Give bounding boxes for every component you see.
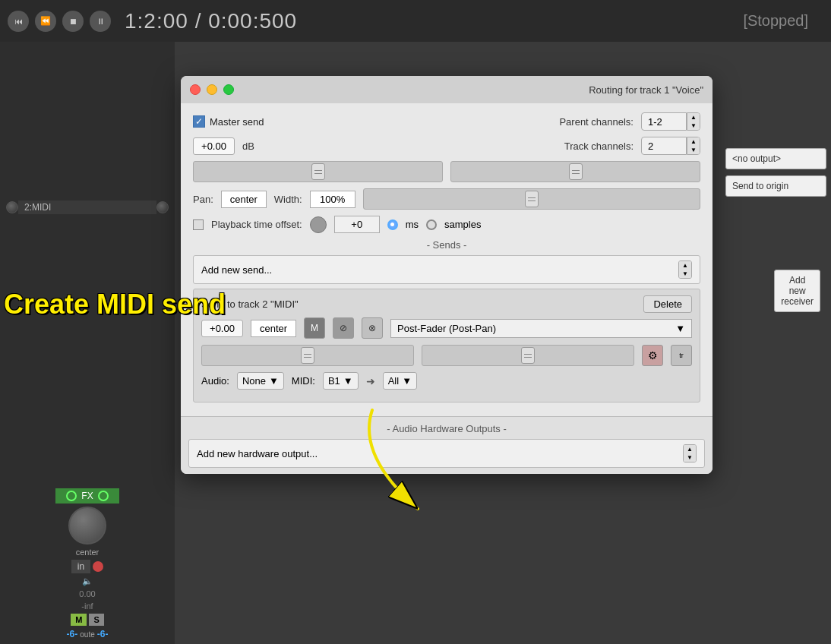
slider-lines5: [524, 354, 532, 358]
solo-button[interactable]: S: [89, 614, 103, 626]
ms-label: ms: [406, 219, 419, 230]
midi-chevron-icon: ▼: [343, 375, 353, 387]
pan-width-row: Pan: center Width: 100%: [193, 188, 700, 210]
add-send-row[interactable]: Add new send... ▲ ▼: [193, 255, 700, 284]
zoom-button[interactable]: [223, 84, 234, 95]
track-channels-up[interactable]: ▲: [687, 137, 700, 146]
send-pan-input[interactable]: center: [251, 320, 296, 337]
audio-select[interactable]: None ▼: [237, 372, 284, 390]
parent-channels-select[interactable]: 1-2: [641, 112, 687, 131]
send-to-origin-button[interactable]: Send to origin: [725, 175, 826, 197]
track-channels-control[interactable]: 2 ▲ ▼: [641, 137, 700, 155]
db-value: 0.00: [79, 589, 95, 598]
pan-input[interactable]: center: [221, 191, 267, 208]
inf-value: -inf: [81, 601, 93, 611]
hw-add-down[interactable]: ▼: [684, 453, 696, 462]
volume-slider-thumb[interactable]: [311, 163, 325, 180]
send-link-button[interactable]: ⊗: [362, 317, 383, 339]
send-gear-button[interactable]: ⚙: [642, 345, 663, 366]
master-send-checkbox[interactable]: [193, 115, 205, 128]
track-channels-label: Track channels:: [564, 140, 634, 152]
width-input[interactable]: 100%: [310, 191, 355, 208]
volume-slider[interactable]: [193, 161, 443, 182]
transport-prev-btn[interactable]: ⏮: [8, 11, 29, 32]
send-bypass-button[interactable]: ⊘: [333, 317, 354, 339]
playback-checkbox[interactable]: [193, 219, 204, 230]
bottom-num-left: -6-: [67, 629, 78, 639]
post-fader-select[interactable]: Post-Fader (Post-Pan) ▼: [390, 319, 692, 338]
fader-icon: 🔈: [82, 576, 93, 586]
volume-input[interactable]: +0.00: [193, 137, 235, 155]
fx-button[interactable]: FX: [55, 488, 118, 504]
midi-track-label: 2:MIDI: [18, 200, 156, 214]
transport-stop-btn[interactable]: ⏹: [62, 11, 84, 32]
fx-power-icon2: [98, 491, 109, 501]
parent-channels-down[interactable]: ▼: [687, 122, 700, 130]
add-send-down[interactable]: ▼: [679, 270, 691, 278]
in-button[interactable]: in: [71, 560, 90, 573]
offset-input[interactable]: +0: [334, 216, 380, 233]
send-controls-row: +0.00 center M ⊘ ⊗ Post-Fader (Post-Pan)…: [201, 317, 692, 339]
midi-channel-select[interactable]: B1 ▼: [323, 372, 359, 390]
minimize-button[interactable]: [207, 84, 217, 95]
samples-radio[interactable]: [426, 219, 437, 230]
extra-slider-1[interactable]: [450, 161, 700, 182]
midi-track-row: 2:MIDI: [0, 194, 175, 221]
send-volume-slider-thumb[interactable]: [301, 347, 314, 364]
track-channels-select[interactable]: 2: [641, 137, 687, 155]
sends-divider: - Sends -: [193, 239, 700, 251]
master-send-row: Master send Parent channels: 1-2 ▲ ▼: [193, 112, 700, 131]
extra-slider-thumb-2[interactable]: [525, 191, 539, 207]
close-button[interactable]: [190, 84, 201, 95]
hw-add-stepper[interactable]: ▲ ▼: [683, 444, 697, 462]
parent-channels-up[interactable]: ▲: [687, 113, 700, 122]
delete-send-button[interactable]: Delete: [643, 295, 692, 313]
send-extra-slider-thumb[interactable]: [521, 347, 535, 364]
add-receiver-button[interactable]: Add new receiver: [774, 270, 820, 312]
midi-knob-left[interactable]: [6, 201, 18, 213]
slider-lines2: [572, 170, 580, 174]
parent-channels-stepper[interactable]: ▲ ▼: [687, 112, 700, 131]
midi-all-select[interactable]: All ▼: [383, 372, 417, 390]
extra-slider-thumb-1[interactable]: [569, 163, 583, 180]
hw-divider: - Audio Hardware Outputs -: [188, 423, 705, 434]
parent-channels-control[interactable]: 1-2 ▲ ▼: [641, 112, 700, 131]
track-channels-stepper[interactable]: ▲ ▼: [687, 137, 700, 155]
midi-label: MIDI:: [292, 375, 315, 387]
send-volume-slider[interactable]: [201, 345, 414, 366]
pan-knob[interactable]: [68, 507, 106, 545]
audio-midi-row: Audio: None ▼ MIDI: B1 ▼ ➜ All ▼: [201, 372, 692, 390]
hw-add-up[interactable]: ▲: [684, 445, 696, 453]
send-extra-slider[interactable]: [422, 345, 634, 366]
midi-arrow-icon: ➜: [366, 375, 375, 387]
send-volume-input[interactable]: +0.00: [201, 320, 243, 337]
transport-pause-btn[interactable]: ⏸: [90, 11, 111, 32]
master-send-checkbox-label[interactable]: Master send: [193, 115, 264, 128]
send-header: Send to track 2 "MIDI" Delete: [201, 295, 692, 313]
right-panel: <no output> Send to origin: [721, 148, 831, 200]
transport-rew-btn[interactable]: ⏪: [35, 11, 56, 32]
extra-slider-2[interactable]: [363, 188, 700, 210]
sl3: [572, 170, 580, 171]
ms-radio[interactable]: [387, 219, 398, 230]
send-tr-button[interactable]: tr: [671, 345, 692, 366]
record-btn[interactable]: [93, 561, 103, 572]
dialog-titlebar: Routing for track 1 "Voice": [181, 76, 713, 103]
parent-channels-label: Parent channels:: [559, 116, 634, 128]
hw-add-label: Add new hardware output...: [197, 448, 318, 459]
slider-lines4: [304, 354, 311, 358]
hw-add-row[interactable]: Add new hardware output... ▲ ▼: [188, 439, 705, 468]
playback-toggle[interactable]: [310, 216, 327, 233]
track-channels-down[interactable]: ▼: [687, 146, 700, 154]
add-send-up[interactable]: ▲: [679, 261, 691, 270]
top-bar: ⏮ ⏪ ⏹ ⏸ 1:2:00 / 0:00:500 [Stopped]: [0, 0, 831, 42]
add-send-stepper[interactable]: ▲ ▼: [678, 260, 692, 279]
add-send-label: Add new send...: [201, 264, 272, 276]
pan-label: Pan:: [193, 194, 213, 205]
send-block: Send to track 2 "MIDI" Delete +0.00 cent…: [193, 289, 700, 402]
no-output-button[interactable]: <no output>: [725, 148, 826, 169]
midi-knob-right[interactable]: [156, 201, 169, 213]
hw-section: - Audio Hardware Outputs - Add new hardw…: [181, 416, 713, 474]
send-m-button[interactable]: M: [304, 317, 325, 339]
mute-button[interactable]: M: [71, 614, 87, 626]
